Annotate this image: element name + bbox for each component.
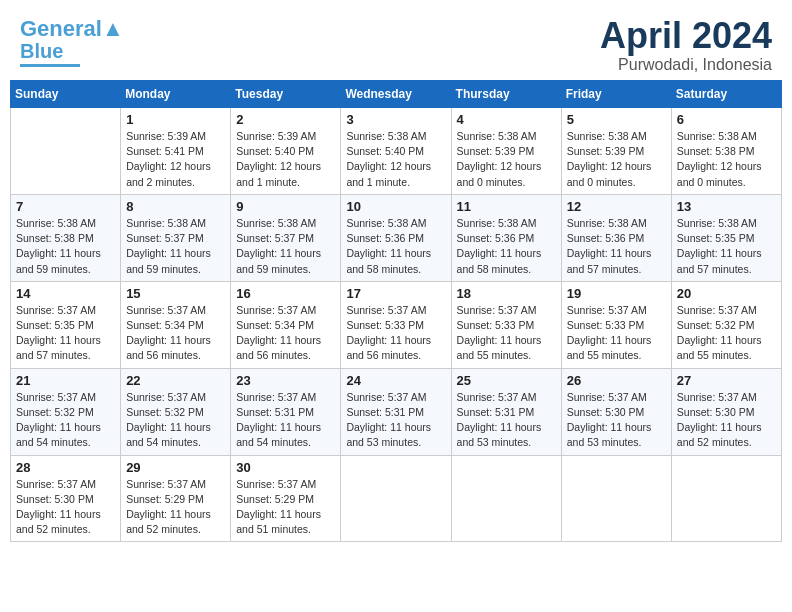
col-header-friday: Friday — [561, 81, 671, 108]
day-number: 6 — [677, 112, 776, 127]
calendar-cell: 25Sunrise: 5:37 AMSunset: 5:31 PMDayligh… — [451, 368, 561, 455]
day-info: Sunrise: 5:37 AMSunset: 5:32 PMDaylight:… — [677, 303, 776, 364]
day-number: 28 — [16, 460, 115, 475]
location-title: Purwodadi, Indonesia — [600, 56, 772, 74]
day-number: 27 — [677, 373, 776, 388]
day-number: 4 — [457, 112, 556, 127]
calendar-cell: 3Sunrise: 5:38 AMSunset: 5:40 PMDaylight… — [341, 108, 451, 195]
day-info: Sunrise: 5:38 AMSunset: 5:36 PMDaylight:… — [567, 216, 666, 277]
calendar-week-row: 1Sunrise: 5:39 AMSunset: 5:41 PMDaylight… — [11, 108, 782, 195]
day-number: 13 — [677, 199, 776, 214]
day-info: Sunrise: 5:38 AMSunset: 5:36 PMDaylight:… — [346, 216, 445, 277]
calendar-cell: 28Sunrise: 5:37 AMSunset: 5:30 PMDayligh… — [11, 455, 121, 542]
calendar-cell: 21Sunrise: 5:37 AMSunset: 5:32 PMDayligh… — [11, 368, 121, 455]
day-number: 21 — [16, 373, 115, 388]
day-info: Sunrise: 5:37 AMSunset: 5:31 PMDaylight:… — [346, 390, 445, 451]
calendar-cell: 29Sunrise: 5:37 AMSunset: 5:29 PMDayligh… — [121, 455, 231, 542]
day-info: Sunrise: 5:37 AMSunset: 5:31 PMDaylight:… — [457, 390, 556, 451]
day-info: Sunrise: 5:37 AMSunset: 5:33 PMDaylight:… — [346, 303, 445, 364]
calendar-cell: 6Sunrise: 5:38 AMSunset: 5:38 PMDaylight… — [671, 108, 781, 195]
day-info: Sunrise: 5:37 AMSunset: 5:33 PMDaylight:… — [457, 303, 556, 364]
calendar-cell: 23Sunrise: 5:37 AMSunset: 5:31 PMDayligh… — [231, 368, 341, 455]
day-number: 19 — [567, 286, 666, 301]
logo-general: General — [20, 16, 102, 41]
day-info: Sunrise: 5:37 AMSunset: 5:32 PMDaylight:… — [126, 390, 225, 451]
calendar-cell: 30Sunrise: 5:37 AMSunset: 5:29 PMDayligh… — [231, 455, 341, 542]
title-area: April 2024 Purwodadi, Indonesia — [600, 18, 772, 74]
day-number: 18 — [457, 286, 556, 301]
col-header-saturday: Saturday — [671, 81, 781, 108]
calendar-cell: 2Sunrise: 5:39 AMSunset: 5:40 PMDaylight… — [231, 108, 341, 195]
calendar-week-row: 21Sunrise: 5:37 AMSunset: 5:32 PMDayligh… — [11, 368, 782, 455]
day-info: Sunrise: 5:37 AMSunset: 5:34 PMDaylight:… — [236, 303, 335, 364]
day-number: 5 — [567, 112, 666, 127]
day-info: Sunrise: 5:37 AMSunset: 5:30 PMDaylight:… — [567, 390, 666, 451]
calendar-week-row: 28Sunrise: 5:37 AMSunset: 5:30 PMDayligh… — [11, 455, 782, 542]
day-number: 2 — [236, 112, 335, 127]
calendar-cell: 5Sunrise: 5:38 AMSunset: 5:39 PMDaylight… — [561, 108, 671, 195]
day-info: Sunrise: 5:38 AMSunset: 5:39 PMDaylight:… — [567, 129, 666, 190]
calendar-cell: 8Sunrise: 5:38 AMSunset: 5:37 PMDaylight… — [121, 194, 231, 281]
calendar-cell: 11Sunrise: 5:38 AMSunset: 5:36 PMDayligh… — [451, 194, 561, 281]
col-header-thursday: Thursday — [451, 81, 561, 108]
day-number: 8 — [126, 199, 225, 214]
calendar-header-row: SundayMondayTuesdayWednesdayThursdayFrid… — [11, 81, 782, 108]
col-header-wednesday: Wednesday — [341, 81, 451, 108]
day-info: Sunrise: 5:37 AMSunset: 5:31 PMDaylight:… — [236, 390, 335, 451]
day-number: 14 — [16, 286, 115, 301]
col-header-tuesday: Tuesday — [231, 81, 341, 108]
calendar-cell: 16Sunrise: 5:37 AMSunset: 5:34 PMDayligh… — [231, 281, 341, 368]
calendar-cell — [671, 455, 781, 542]
day-number: 9 — [236, 199, 335, 214]
day-info: Sunrise: 5:38 AMSunset: 5:38 PMDaylight:… — [16, 216, 115, 277]
day-info: Sunrise: 5:37 AMSunset: 5:29 PMDaylight:… — [126, 477, 225, 538]
day-info: Sunrise: 5:37 AMSunset: 5:30 PMDaylight:… — [16, 477, 115, 538]
day-number: 12 — [567, 199, 666, 214]
day-info: Sunrise: 5:38 AMSunset: 5:39 PMDaylight:… — [457, 129, 556, 190]
month-title: April 2024 — [600, 18, 772, 54]
calendar-cell: 4Sunrise: 5:38 AMSunset: 5:39 PMDaylight… — [451, 108, 561, 195]
calendar-cell: 19Sunrise: 5:37 AMSunset: 5:33 PMDayligh… — [561, 281, 671, 368]
day-info: Sunrise: 5:37 AMSunset: 5:29 PMDaylight:… — [236, 477, 335, 538]
day-info: Sunrise: 5:39 AMSunset: 5:40 PMDaylight:… — [236, 129, 335, 190]
logo-blue-text: Blue — [20, 40, 63, 62]
logo-text: General▲ Blue — [20, 18, 124, 62]
day-number: 16 — [236, 286, 335, 301]
day-number: 23 — [236, 373, 335, 388]
calendar-cell: 9Sunrise: 5:38 AMSunset: 5:37 PMDaylight… — [231, 194, 341, 281]
day-info: Sunrise: 5:38 AMSunset: 5:37 PMDaylight:… — [236, 216, 335, 277]
calendar-cell: 20Sunrise: 5:37 AMSunset: 5:32 PMDayligh… — [671, 281, 781, 368]
day-number: 17 — [346, 286, 445, 301]
day-number: 11 — [457, 199, 556, 214]
day-info: Sunrise: 5:37 AMSunset: 5:34 PMDaylight:… — [126, 303, 225, 364]
calendar-cell: 10Sunrise: 5:38 AMSunset: 5:36 PMDayligh… — [341, 194, 451, 281]
col-header-monday: Monday — [121, 81, 231, 108]
day-info: Sunrise: 5:38 AMSunset: 5:38 PMDaylight:… — [677, 129, 776, 190]
calendar-cell — [451, 455, 561, 542]
calendar-table: SundayMondayTuesdayWednesdayThursdayFrid… — [10, 80, 782, 542]
calendar-cell — [561, 455, 671, 542]
header: General▲ Blue April 2024 Purwodadi, Indo… — [10, 10, 782, 80]
day-number: 30 — [236, 460, 335, 475]
day-number: 22 — [126, 373, 225, 388]
col-header-sunday: Sunday — [11, 81, 121, 108]
calendar-cell: 27Sunrise: 5:37 AMSunset: 5:30 PMDayligh… — [671, 368, 781, 455]
day-info: Sunrise: 5:38 AMSunset: 5:36 PMDaylight:… — [457, 216, 556, 277]
day-number: 20 — [677, 286, 776, 301]
calendar-cell: 12Sunrise: 5:38 AMSunset: 5:36 PMDayligh… — [561, 194, 671, 281]
day-number: 7 — [16, 199, 115, 214]
calendar-cell: 7Sunrise: 5:38 AMSunset: 5:38 PMDaylight… — [11, 194, 121, 281]
calendar-cell: 24Sunrise: 5:37 AMSunset: 5:31 PMDayligh… — [341, 368, 451, 455]
logo: General▲ Blue — [20, 18, 124, 67]
day-number: 3 — [346, 112, 445, 127]
calendar-cell — [11, 108, 121, 195]
logo-underline — [20, 64, 80, 67]
day-number: 29 — [126, 460, 225, 475]
calendar-cell — [341, 455, 451, 542]
calendar-cell: 13Sunrise: 5:38 AMSunset: 5:35 PMDayligh… — [671, 194, 781, 281]
calendar-cell: 14Sunrise: 5:37 AMSunset: 5:35 PMDayligh… — [11, 281, 121, 368]
day-number: 24 — [346, 373, 445, 388]
calendar-cell: 22Sunrise: 5:37 AMSunset: 5:32 PMDayligh… — [121, 368, 231, 455]
day-info: Sunrise: 5:37 AMSunset: 5:32 PMDaylight:… — [16, 390, 115, 451]
calendar-cell: 15Sunrise: 5:37 AMSunset: 5:34 PMDayligh… — [121, 281, 231, 368]
